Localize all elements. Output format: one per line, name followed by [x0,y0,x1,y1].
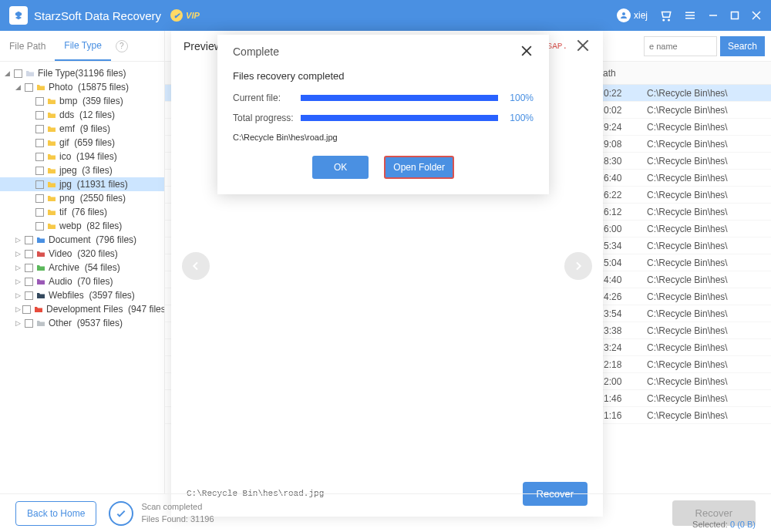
folder-icon [36,264,45,271]
tree-item-jpeg[interactable]: jpeg (3 files) [0,163,164,177]
checkbox[interactable] [25,236,33,244]
total-progress-label: Total progress: [233,113,301,123]
expander-icon[interactable]: ▷ [15,264,23,271]
tree-item-label: Audio (70 files) [49,276,160,287]
maximize-button[interactable] [729,10,740,21]
tab-file-path[interactable]: File Path [0,31,55,61]
vip-text: VIP [186,11,200,20]
checkbox[interactable] [35,153,44,161]
expander-icon[interactable]: ▷ [15,250,23,258]
expander-icon[interactable]: ◢ [15,83,23,91]
checkbox[interactable] [35,125,44,133]
tree-item-other[interactable]: ▷Other (9537 files) [0,316,164,330]
complete-close-icon[interactable] [521,45,534,58]
vip-badge: ✔ VIP [170,9,200,22]
titlebar: StarzSoft Data Recovery ✔ VIP xiej [0,0,771,31]
folder-icon [25,69,35,77]
checkbox[interactable] [25,278,33,286]
cell-time: 3:38 [601,325,639,336]
close-button[interactable] [751,10,762,21]
cell-path: C:\Recycle Bin\hes\ [639,274,728,285]
tree-item-bmp[interactable]: bmp (359 files) [0,94,164,108]
checkbox[interactable] [25,83,33,92]
left-panel: File Path File Type ? ◢ File Type(31196 … [0,31,165,493]
checkbox[interactable] [35,139,44,147]
ok-button[interactable]: OK [312,156,369,179]
checkbox[interactable] [25,319,33,328]
folder-icon [36,83,45,91]
open-folder-button[interactable]: Open Folder [384,156,454,179]
tree-item-ico[interactable]: ico (194 files) [0,150,164,163]
checkbox[interactable] [25,250,33,258]
file-type-tree[interactable]: ◢ File Type(31196 files) ◢Photo (15875 f… [0,62,164,493]
expander-icon[interactable]: ▷ [15,236,23,244]
tree-item-webfiles[interactable]: ▷Webfiles (3597 files) [0,288,164,302]
tree-item-dds[interactable]: dds (12 files) [0,108,164,122]
tree-item-audio[interactable]: ▷Audio (70 files) [0,274,164,288]
tab-file-type[interactable]: File Type [55,31,110,61]
tree-item-document[interactable]: ▷Document (796 files) [0,233,164,247]
search-input[interactable] [644,36,717,56]
checkbox[interactable] [25,291,33,300]
cell-time: 2:18 [601,359,639,370]
current-pct: 100% [506,93,534,103]
preview-close-icon[interactable] [577,39,591,53]
expander-icon[interactable]: ▷ [15,278,23,285]
app-logo [9,6,28,25]
folder-icon [47,125,56,133]
next-button[interactable] [564,252,592,280]
complete-title: Complete [233,45,279,58]
tree-item-archive[interactable]: ▷Archive (54 files) [0,261,164,274]
tree-item-label: tif (76 files) [59,207,160,217]
expander-icon[interactable]: ◢ [5,69,12,77]
username: xiej [634,10,648,21]
cell-path: C:\Recycle Bin\hes\ [639,359,728,370]
expander-icon[interactable]: ▷ [15,305,21,313]
tree-item-emf[interactable]: emf (9 files) [0,122,164,136]
cell-time: 0:22 [601,88,639,99]
tree-root[interactable]: ◢ File Type(31196 files) [0,66,164,80]
cell-time: 0:02 [601,105,639,116]
tree-item-tif[interactable]: tif (76 files) [0,205,164,219]
cell-time: 3:54 [601,308,639,319]
checkbox[interactable] [35,208,44,217]
tree-item-png[interactable]: png (2550 files) [0,191,164,205]
cell-path: C:\Recycle Bin\hes\ [639,342,728,353]
cell-path: C:\Recycle Bin\hes\ [639,190,728,200]
folder-icon [36,236,45,244]
checkbox[interactable] [35,180,44,189]
checkbox[interactable] [35,222,44,231]
back-home-button[interactable]: Back to Home [15,501,96,526]
user-account[interactable]: xiej [617,8,648,22]
svg-point-0 [622,12,625,15]
search-button[interactable]: Search [720,36,765,56]
expander-icon[interactable]: ▷ [15,319,23,327]
cell-time: 6:40 [601,173,639,184]
folder-icon [47,194,56,202]
menu-icon[interactable] [683,8,697,22]
tree-item-video[interactable]: ▷Video (320 files) [0,247,164,261]
tree-item-webp[interactable]: webp (82 files) [0,219,164,233]
prev-button[interactable] [182,252,210,280]
cell-time: 6:12 [601,207,639,217]
tree-item-photo[interactable]: ◢Photo (15875 files) [0,80,164,94]
cart-icon[interactable] [658,8,672,22]
minimize-button[interactable] [708,10,719,21]
tree-item-jpg[interactable]: jpg (11931 files) [0,177,164,191]
checkbox[interactable] [35,111,44,120]
checkbox[interactable] [22,305,31,314]
checkbox[interactable] [35,167,44,175]
tree-item-label: Photo (15875 files) [49,82,160,93]
cell-path: C:\Recycle Bin\hes\ [639,139,728,150]
checkbox[interactable] [25,264,33,272]
checkbox[interactable] [35,97,44,106]
svg-point-2 [668,19,670,21]
expander-icon[interactable]: ▷ [15,291,23,299]
help-icon[interactable]: ? [116,40,128,52]
cell-path: C:\Recycle Bin\hes\ [639,393,728,404]
checkbox[interactable] [35,194,44,203]
tree-item-development-files[interactable]: ▷Development Files (947 files) [0,302,164,316]
checkbox[interactable] [14,69,22,78]
scan-status-text: Scan completed [141,501,214,513]
tree-item-gif[interactable]: gif (659 files) [0,136,164,150]
